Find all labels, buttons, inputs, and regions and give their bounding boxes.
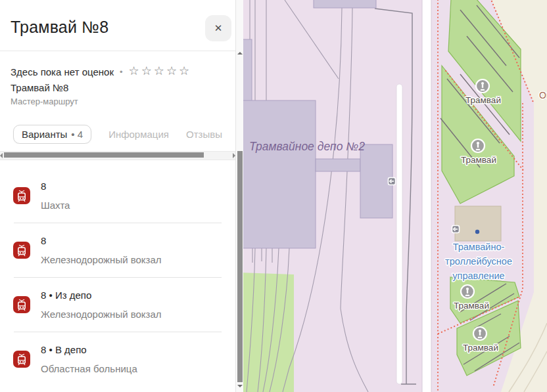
tab-label: Информация	[108, 129, 169, 140]
scroll-up-arrow-icon[interactable]	[237, 52, 243, 54]
scroll-down-arrow-icon[interactable]	[237, 385, 243, 387]
panel-header: Трамвай №8 ✕	[0, 0, 235, 51]
map-office-building	[455, 206, 501, 241]
tab-count: • 4	[71, 129, 83, 140]
variant-destination: Железнодорожный вокзал	[41, 309, 162, 320]
route-type-label: Мастер-маршрут	[11, 97, 225, 106]
panel-vertical-scrollbar[interactable]	[235, 0, 243, 392]
tab-отзывы[interactable]: Отзывы	[186, 129, 222, 140]
entrance-icon[interactable]	[389, 178, 396, 185]
tram-area-label: Трамвай	[461, 155, 496, 165]
variant-list: 8 Шахта 8 Железнодорожный вокзал	[0, 160, 235, 386]
tab-информация[interactable]: Информация	[108, 129, 169, 140]
vertical-scroll-thumb[interactable]	[237, 151, 243, 382]
office-label-line3: управление	[452, 271, 504, 281]
horizontal-scroll-thumb[interactable]	[4, 152, 204, 158]
tram-route-icon	[13, 242, 30, 259]
office-label-line2: троллейбусное	[445, 256, 512, 267]
rating-text: Здесь пока нет оценок	[11, 66, 114, 77]
office-label-line1: Трамвайно-	[453, 242, 505, 252]
tram-area-label: Трамвай	[454, 301, 489, 311]
poi-dot[interactable]	[475, 230, 479, 234]
variant-row[interactable]: 8 Шахта	[0, 169, 235, 223]
route-info: Здесь пока нет оценок • ☆☆☆☆☆ Трамвай №8…	[0, 66, 235, 106]
map-road	[422, 0, 431, 392]
scroll-left-arrow-icon[interactable]	[0, 153, 3, 158]
variant-number: 8	[41, 235, 162, 246]
variant-destination: Областная больница	[41, 363, 137, 374]
page-title: Трамвай №8	[11, 18, 108, 37]
rating-separator: •	[120, 67, 123, 77]
route-panel: Трамвай №8 ✕ Здесь пока нет оценок • ☆☆☆…	[0, 0, 235, 392]
maps-app: Трамвайное депо №2 Трамвайно- троллейбус…	[0, 0, 547, 392]
close-icon: ✕	[214, 22, 223, 33]
monument-icon[interactable]	[473, 327, 487, 340]
variant-number: 8 • В депо	[41, 344, 137, 355]
route-subtitle: Трамвай №8	[11, 82, 225, 93]
map-canvas[interactable]: Трамвайное депо №2 Трамвайно- троллейбус…	[243, 0, 547, 392]
tabs-horizontal-scrollbar[interactable]	[0, 151, 235, 160]
variant-number: 8 • Из депо	[41, 290, 162, 301]
variant-row[interactable]: 8 • Из депо Железнодорожный вокзал	[0, 278, 235, 332]
monument-icon[interactable]	[476, 79, 489, 93]
variant-number: 8	[41, 181, 70, 192]
tram-route-icon	[13, 351, 30, 368]
tram-route-icon	[13, 296, 30, 313]
close-button[interactable]: ✕	[205, 15, 231, 41]
variant-row[interactable]: 8 • В депо Областная больница	[0, 332, 235, 386]
tram-area-label: Трамвай	[465, 95, 501, 105]
depot-label: Трамвайное депо №2	[249, 140, 365, 153]
map-inner-road	[396, 84, 402, 384]
monument-icon[interactable]	[471, 139, 485, 152]
tab-label: Варианты	[22, 129, 67, 140]
monument-icon[interactable]	[461, 285, 474, 298]
variant-destination: Железнодорожный вокзал	[41, 254, 162, 265]
tab-label: Отзывы	[186, 129, 222, 140]
tram-route-icon	[13, 187, 30, 204]
clipped-street-label: Оп	[539, 90, 547, 100]
variant-destination: Шахта	[41, 200, 70, 211]
tram-area-label: Трамвай	[463, 343, 498, 353]
entrance-icon[interactable]	[452, 226, 460, 233]
tab-variants[interactable]: Варианты• 4	[13, 125, 91, 144]
variant-row[interactable]: 8 Железнодорожный вокзал	[0, 223, 235, 277]
tabs-row: Варианты• 4ИнформацияОтзывыRAV	[0, 124, 235, 144]
rating-stars[interactable]: ☆☆☆☆☆	[129, 65, 192, 77]
